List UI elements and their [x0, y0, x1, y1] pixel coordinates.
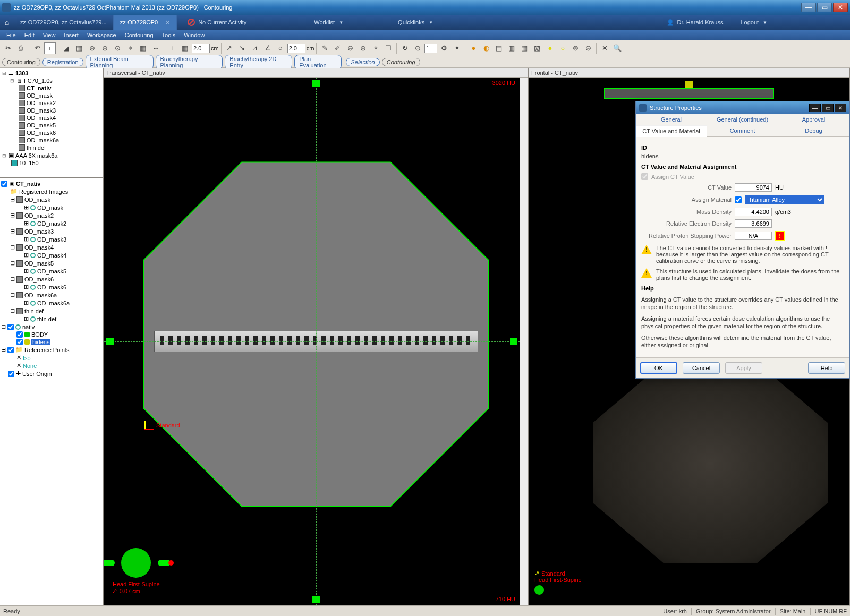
cancel-button[interactable]: Cancel — [683, 362, 720, 374]
logout-dropdown[interactable]: Logout▼ — [732, 15, 776, 30]
tool-icon[interactable]: ☐ — [382, 42, 394, 54]
slice-marker[interactable] — [685, 81, 693, 88]
tab-selection[interactable]: Selection — [346, 58, 379, 66]
tool-icon[interactable]: ↔ — [150, 42, 162, 54]
tool-icon[interactable]: ◐ — [480, 42, 492, 54]
menu-insert[interactable]: Insert — [61, 31, 82, 39]
tool-icon[interactable]: ✧ — [370, 42, 381, 54]
tool-icon[interactable]: ⊝ — [582, 42, 594, 54]
3d-view[interactable]: ↗Standard Head First-Supine — [529, 341, 849, 605]
menu-file[interactable]: File — [3, 31, 19, 39]
dialog-tab-approval[interactable]: Approval — [778, 114, 849, 125]
tool-icon[interactable]: ▥ — [506, 42, 517, 54]
slice-marker[interactable] — [312, 80, 320, 87]
transversal-view[interactable]: 3020 HU -710 HU Standard — [104, 78, 528, 605]
brush-icon[interactable]: ✐ — [332, 42, 343, 54]
home-icon[interactable]: ⌂ — [0, 15, 14, 30]
worklist-dropdown[interactable]: Worklist▼ — [305, 15, 352, 30]
tool-icon[interactable]: ✂ — [2, 42, 14, 54]
menu-window[interactable]: Window — [181, 31, 208, 39]
tool-icon[interactable]: ○ — [275, 42, 286, 54]
dialog-tab-general2[interactable]: General (continued) — [707, 114, 778, 125]
tool-icon[interactable]: ⚙ — [438, 42, 450, 54]
patient-tab-2[interactable]: zz-OD729OP0✕ — [114, 15, 177, 30]
tab-contouring[interactable]: Contouring — [2, 58, 40, 66]
tool-icon[interactable]: ▤ — [493, 42, 505, 54]
tool-icon[interactable]: ● — [468, 42, 479, 54]
slice-marker[interactable] — [312, 596, 320, 603]
close-button[interactable]: ✕ — [833, 3, 848, 12]
info-icon[interactable]: i — [44, 42, 56, 54]
crosshair-vertical[interactable] — [316, 78, 317, 605]
help-button[interactable]: Help — [808, 362, 845, 374]
patient-tab-1[interactable]: zz-OD729OP0, zz-Octavius729... — [14, 15, 114, 30]
tree-checkbox[interactable] — [8, 371, 14, 377]
tool-icon[interactable]: ● — [544, 42, 556, 54]
tool-icon[interactable]: ▧ — [531, 42, 543, 54]
tool-icon[interactable]: ⊙ — [112, 42, 123, 54]
crosshair-horizontal[interactable] — [104, 341, 520, 342]
tool-icon[interactable]: ○ — [557, 42, 568, 54]
dialog-tab-debug[interactable]: Debug — [778, 125, 849, 136]
zoom-in-icon[interactable]: ⊕ — [86, 42, 98, 54]
tool-icon[interactable]: ↘ — [236, 42, 248, 54]
menu-edit[interactable]: Edit — [21, 31, 38, 39]
spacing-input-2[interactable] — [287, 44, 305, 53]
tab-registration[interactable]: Registration — [42, 58, 83, 66]
dialog-close-button[interactable]: ✕ — [835, 104, 846, 112]
tool-icon[interactable]: ↗ — [224, 42, 235, 54]
tool-icon[interactable]: ▦ — [73, 42, 85, 54]
dialog-tab-comment[interactable]: Comment — [707, 125, 778, 136]
tab-brachy2d[interactable]: Brachytherapy 2D Entry — [225, 55, 292, 70]
slice-marker[interactable] — [106, 338, 114, 345]
menu-contouring[interactable]: Contouring — [122, 31, 157, 39]
tab-contouring-mode[interactable]: Contouring — [382, 58, 420, 66]
dialog-titlebar[interactable]: Structure Properties — ▭ ✕ — [636, 101, 849, 114]
tool-icon[interactable]: ⊖ — [344, 42, 356, 54]
tab-planeval[interactable]: Plan Evaluation — [294, 55, 342, 70]
tool-icon[interactable]: ⌖ — [124, 42, 136, 54]
tool-icon[interactable]: ▦ — [137, 42, 149, 54]
dialog-maximize-button[interactable]: ▭ — [822, 104, 834, 112]
slice-marker[interactable] — [510, 338, 517, 345]
tool-icon[interactable]: ✕ — [599, 42, 610, 54]
menu-workspace[interactable]: Workspace — [84, 31, 120, 39]
quicklinks-dropdown[interactable]: Quicklinks▼ — [389, 15, 441, 30]
series-tree[interactable]: ⊟☰ 1303 ⊟🗎 FC70_1.0s CT_nativ OD_mask OD… — [0, 68, 103, 178]
tool-icon[interactable]: ⊿ — [249, 42, 261, 54]
tool-icon[interactable]: ▦ — [518, 42, 530, 54]
maximize-button[interactable]: ▭ — [817, 3, 832, 12]
tree-checkbox[interactable] — [16, 339, 23, 345]
activity-indicator[interactable]: No Current Activity — [182, 15, 252, 30]
ct-value-input[interactable] — [735, 183, 772, 192]
tool-icon[interactable]: ↶ — [31, 42, 43, 54]
menu-view[interactable]: View — [40, 31, 59, 39]
material-select[interactable]: Titanium Alloy — [745, 195, 824, 204]
tool-icon[interactable]: ⊕ — [357, 42, 369, 54]
tool-icon[interactable]: ⟂ — [166, 42, 178, 54]
assign-material-checkbox[interactable] — [735, 196, 742, 203]
count-input[interactable] — [424, 44, 437, 53]
tree-checkbox[interactable] — [16, 331, 23, 338]
tool-icon[interactable]: 🔍 — [611, 42, 623, 54]
dialog-minimize-button[interactable]: — — [809, 104, 821, 112]
tool-icon[interactable]: ✦ — [451, 42, 463, 54]
tool-icon[interactable]: ⎙ — [15, 42, 27, 54]
tool-icon[interactable]: ⊙ — [412, 42, 423, 54]
tool-icon[interactable]: ⊜ — [570, 42, 581, 54]
grid-icon[interactable]: ▦ — [179, 42, 191, 54]
minimize-button[interactable]: — — [801, 3, 816, 12]
tree-checkbox[interactable] — [1, 181, 7, 187]
dialog-tab-ctvalue[interactable]: CT Value and Material — [636, 126, 707, 137]
tab-ebp[interactable]: External Beam Planning — [86, 55, 154, 70]
spacing-input-1[interactable] — [192, 44, 210, 53]
tool-icon[interactable]: ◢ — [61, 42, 72, 54]
ok-button[interactable]: OK — [640, 362, 677, 374]
zoom-out-icon[interactable]: ⊖ — [99, 42, 110, 54]
close-tab-icon[interactable]: ✕ — [165, 19, 170, 26]
dialog-tab-general[interactable]: General — [636, 114, 707, 125]
structure-tree[interactable]: ▣ CT_nativ 📁 Registered Images ⊟ OD_mask… — [0, 178, 103, 605]
tool-icon[interactable]: ↻ — [399, 42, 411, 54]
tab-brachy[interactable]: Brachytherapy Planning — [156, 55, 223, 70]
scrollbar[interactable] — [520, 78, 528, 605]
